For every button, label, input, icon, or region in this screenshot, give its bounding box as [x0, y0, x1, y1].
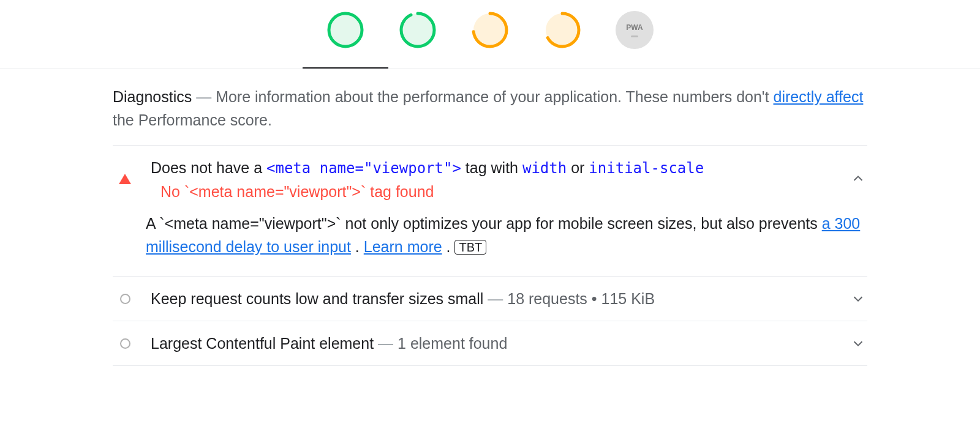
active-tab-indicator [303, 67, 388, 69]
em-dash: — [488, 290, 507, 307]
audit-description: A `<meta name="viewport">` not only opti… [113, 212, 867, 276]
audit-title: Does not have a <meta name="viewport"> t… [151, 157, 835, 179]
audit-title: Keep request counts low and transfer siz… [151, 288, 655, 310]
diagnostics-desc-suffix: the Performance score. [113, 111, 272, 129]
circle-info-icon [120, 338, 130, 349]
audit-title-text: tag with [466, 159, 522, 176]
audit-meta: 1 element found [398, 335, 507, 352]
audit-requests: Keep request counts low and transfer siz… [113, 277, 867, 321]
gauge-accessibility[interactable]: 93 [399, 11, 437, 49]
pwa-label: PWA [626, 23, 643, 32]
chevron-up-icon[interactable] [849, 172, 867, 185]
audit-learn-more-link[interactable]: Learn more [364, 238, 442, 255]
diagnostics-header: Diagnostics — More information about the… [113, 85, 867, 146]
audit-title-text: or [571, 159, 589, 176]
triangle-fail-icon [119, 174, 131, 184]
audit-desc-text: A `<meta name="viewport">` not only opti… [146, 215, 822, 232]
diagnostics-link[interactable]: directly affect [774, 88, 864, 105]
score-gauges: 99 93 73 67 PWA [0, 0, 980, 69]
audit-header-row[interactable]: Largest Contentful Paint element — 1 ele… [113, 321, 867, 365]
report-body: Diagnostics — More information about the… [113, 69, 867, 366]
circle-info-icon [120, 294, 130, 304]
audit-title-text: Does not have a [151, 159, 266, 176]
audit-desc-text: . [447, 238, 455, 255]
audit-title-text: Keep request counts low and transfer siz… [151, 290, 483, 307]
audit-header-row[interactable]: Does not have a <meta name="viewport"> t… [113, 146, 867, 212]
chevron-down-icon[interactable] [849, 292, 867, 305]
audit-meta: 18 requests • 115 KiB [507, 290, 655, 307]
code-span: <meta name="viewport"> [266, 160, 461, 177]
audit-lcp-element: Largest Contentful Paint element — 1 ele… [113, 321, 867, 366]
audit-header-row[interactable]: Keep request counts low and transfer siz… [113, 277, 867, 321]
diagnostics-title: Diagnostics [113, 88, 192, 105]
em-dash: — [196, 88, 216, 105]
pwa-dash-icon [631, 35, 638, 37]
gauge-performance[interactable]: 99 [326, 11, 364, 49]
chevron-down-icon[interactable] [849, 337, 867, 350]
code-span: width [522, 160, 567, 177]
metric-tag: TBT [454, 240, 486, 255]
audit-title-text: Largest Contentful Paint element [151, 335, 374, 352]
gauge-pwa[interactable]: PWA [616, 11, 654, 49]
diagnostics-desc-prefix: More information about the performance o… [216, 88, 773, 105]
code-span: initial-scale [589, 160, 704, 177]
em-dash: — [378, 335, 398, 352]
gauge-seo[interactable]: 67 [543, 11, 581, 49]
gauge-best-practices[interactable]: 73 [471, 11, 509, 49]
audit-subtitle: No `<meta name="viewport">` tag found [160, 183, 835, 201]
audit-desc-text: . [355, 238, 364, 255]
audit-viewport: Does not have a <meta name="viewport"> t… [113, 146, 867, 277]
audit-title: Largest Contentful Paint element — 1 ele… [151, 332, 507, 354]
